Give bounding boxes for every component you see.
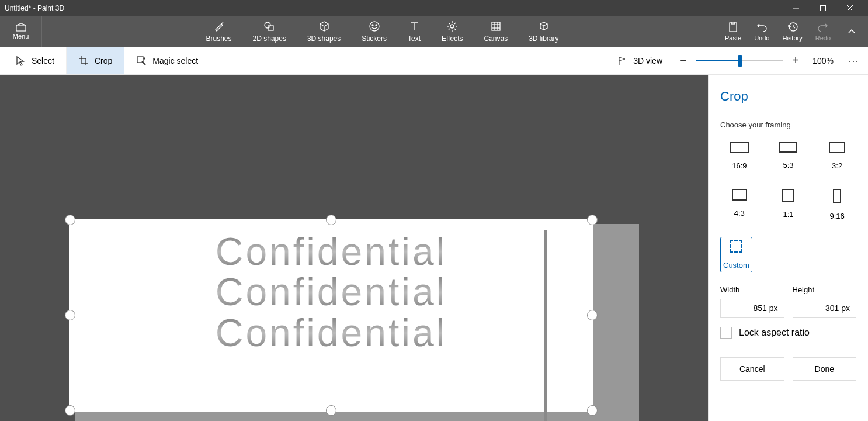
magic-select-icon (136, 56, 147, 66)
ratio-icon (829, 142, 845, 153)
svg-point-5 (265, 22, 270, 28)
tab-brushes[interactable]: Brushes (203, 18, 235, 45)
menu-button[interactable]: Menu (0, 16, 42, 47)
history-icon (786, 22, 799, 32)
crop-selection[interactable]: Confidential Confidential Confidential (69, 219, 593, 412)
selection-toolbar: Select Crop Magic select 3D view − + 100… (0, 47, 868, 75)
framing-16-9[interactable]: 16:9 (720, 140, 759, 172)
svg-point-8 (372, 25, 373, 26)
crop-tool[interactable]: Crop (67, 47, 124, 74)
crop-panel: Crop Choose your framing 16:9 5:3 3:2 4:… (708, 75, 868, 421)
menu-label: Menu (13, 33, 29, 40)
framing-1-1[interactable]: 1:1 (769, 187, 808, 223)
crop-handle-mid-right[interactable] (587, 310, 598, 320)
svg-line-16 (454, 29, 456, 30)
zoom-controls: − + 100% (671, 54, 843, 68)
svg-rect-1 (821, 6, 826, 11)
redo-button[interactable]: Redo (813, 19, 833, 44)
crop-handle-top-left[interactable] (65, 215, 75, 225)
tool-tabs: Brushes 2D shapes 3D shapes Stickers Tex… (42, 18, 723, 45)
svg-point-28 (144, 58, 145, 59)
framing-grid: 16:9 5:3 3:2 4:3 1:1 9:16 Custom (720, 140, 856, 272)
ratio-icon (732, 189, 747, 201)
canvas-area[interactable]: Confidential Confidential Confidential (0, 75, 708, 421)
ratio-icon (779, 142, 797, 153)
svg-line-17 (454, 23, 456, 24)
ratio-icon (782, 189, 794, 202)
framing-label: Choose your framing (720, 120, 856, 129)
sticker-icon (368, 20, 381, 32)
canvas-icon (489, 20, 502, 32)
custom-ratio-icon (730, 240, 742, 253)
width-input[interactable] (720, 299, 784, 318)
svg-line-15 (449, 23, 450, 24)
zoom-slider[interactable] (696, 54, 783, 68)
paste-button[interactable]: Paste (723, 19, 744, 44)
width-label: Width (720, 285, 784, 294)
undo-button[interactable]: Undo (752, 19, 772, 44)
shapes-2d-icon (263, 20, 276, 32)
tab-3d-library[interactable]: 3D library (525, 18, 562, 45)
framing-9-16[interactable]: 9:16 (818, 187, 856, 223)
crop-handle-top-mid[interactable] (326, 215, 336, 225)
text-icon (408, 20, 421, 32)
panel-title: Crop (720, 89, 856, 104)
crop-icon (78, 56, 89, 66)
svg-point-9 (376, 25, 377, 26)
history-button[interactable]: History (780, 19, 804, 44)
framing-3-2[interactable]: 3:2 (818, 140, 856, 172)
cancel-button[interactable]: Cancel (720, 357, 784, 381)
select-tool[interactable]: Select (4, 47, 67, 74)
3d-view-toggle[interactable]: 3D view (609, 56, 671, 66)
lock-aspect-label: Lock aspect ratio (739, 327, 810, 338)
close-button[interactable] (836, 0, 863, 16)
tab-3d-shapes[interactable]: 3D shapes (304, 18, 344, 45)
crop-handle-mid-left[interactable] (65, 310, 75, 320)
maximize-button[interactable] (810, 0, 836, 16)
undo-icon (755, 22, 768, 32)
framing-4-3[interactable]: 4:3 (720, 187, 759, 223)
zoom-out-button[interactable]: − (676, 54, 690, 68)
framing-5-3[interactable]: 5:3 (769, 140, 808, 172)
framing-custom[interactable]: Custom (720, 237, 752, 272)
crop-handle-bottom-mid[interactable] (326, 405, 336, 416)
svg-rect-19 (492, 22, 500, 30)
right-tools: Paste Undo History Redo (723, 19, 868, 44)
flag-icon (617, 56, 627, 66)
paste-icon (727, 22, 739, 32)
tab-text[interactable]: Text (404, 18, 424, 45)
svg-point-7 (370, 22, 379, 31)
height-label: Height (793, 285, 857, 294)
crop-handle-bottom-left[interactable] (65, 405, 75, 416)
redo-icon (817, 22, 829, 32)
magic-select-tool[interactable]: Magic select (124, 47, 210, 74)
cursor-icon (15, 56, 26, 66)
lock-aspect-checkbox[interactable] (720, 327, 732, 339)
tab-effects[interactable]: Effects (438, 18, 466, 45)
svg-rect-4 (16, 25, 26, 31)
titlebar: Untitled* - Paint 3D (0, 0, 868, 16)
minimize-button[interactable] (783, 0, 810, 16)
tab-canvas[interactable]: Canvas (480, 18, 511, 45)
height-input[interactable] (793, 299, 857, 318)
brush-icon (213, 20, 225, 32)
effects-icon (446, 20, 459, 32)
svg-line-18 (449, 29, 450, 30)
shapes-3d-icon (318, 20, 331, 32)
tab-stickers[interactable]: Stickers (358, 18, 390, 45)
ribbon: Menu Brushes 2D shapes 3D shapes Sticker… (0, 16, 868, 47)
ratio-icon (833, 189, 841, 203)
library-icon (537, 20, 550, 32)
more-options-button[interactable]: ⋯ (843, 54, 864, 67)
scrollbar[interactable] (544, 230, 547, 421)
collapse-ribbon-button[interactable] (841, 27, 862, 36)
zoom-in-button[interactable]: + (789, 54, 803, 68)
crop-handle-top-right[interactable] (587, 215, 598, 225)
done-button[interactable]: Done (793, 357, 857, 381)
zoom-percent[interactable]: 100% (808, 56, 838, 65)
ratio-icon (730, 142, 749, 153)
tab-2d-shapes[interactable]: 2D shapes (249, 18, 290, 45)
crop-handle-bottom-right[interactable] (587, 405, 598, 416)
zoom-thumb[interactable] (738, 55, 742, 67)
window-title: Untitled* - Paint 3D (5, 4, 783, 12)
